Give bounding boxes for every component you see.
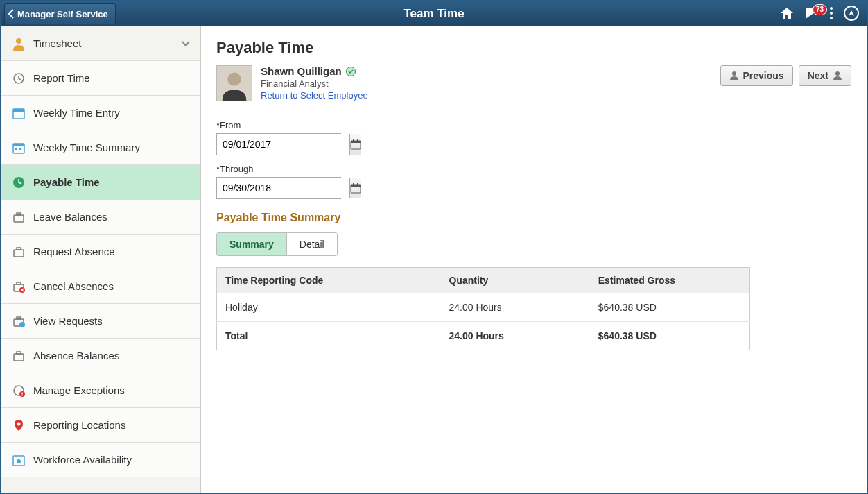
- sidebar-item-label: Reporting Locations: [33, 419, 125, 431]
- svg-point-4: [16, 38, 21, 44]
- cell-code-total: Total: [217, 322, 441, 350]
- sidebar-item-leave-balances[interactable]: Leave Balances: [1, 200, 200, 235]
- sidebar-item-payable-time[interactable]: Payable Time: [1, 165, 200, 200]
- person-icon: [729, 71, 739, 80]
- svg-point-0: [830, 7, 833, 10]
- clock-alert-icon: [11, 383, 26, 398]
- col-code: Time Reporting Code: [217, 268, 441, 293]
- home-icon[interactable]: [779, 6, 795, 22]
- previous-button[interactable]: Previous: [720, 65, 793, 86]
- from-calendar-button[interactable]: [349, 134, 361, 155]
- person-icon: [11, 36, 26, 51]
- svg-rect-9: [13, 144, 24, 146]
- table-total-row: Total 24.00 Hours $640.38 USD: [217, 322, 750, 350]
- sidebar-item-label: Weekly Time Entry: [33, 107, 120, 119]
- employee-name: Shawn Quilligan: [261, 65, 342, 77]
- sidebar-item-label: Cancel Absences: [33, 280, 114, 292]
- through-label: *Through: [216, 164, 851, 174]
- sidebar-item-absence-balances[interactable]: Absence Balances: [1, 339, 200, 373]
- calendar-summary-icon: [11, 140, 26, 155]
- employee-role: Financial Analyst: [261, 78, 368, 89]
- back-button[interactable]: Manager Self Service: [4, 3, 116, 24]
- cell-qty-total: 24.00 Hours: [440, 322, 589, 350]
- svg-rect-35: [351, 141, 361, 143]
- through-input-wrap: [216, 177, 341, 199]
- employee-name-row: Shawn Quilligan: [261, 65, 368, 77]
- svg-point-2: [830, 17, 833, 19]
- sidebar-item-view-requests[interactable]: View Requests: [1, 304, 200, 339]
- svg-point-31: [227, 73, 241, 86]
- banner-title: Team Time: [403, 7, 464, 21]
- compass-icon[interactable]: [843, 5, 860, 24]
- svg-rect-16: [17, 248, 21, 250]
- sidebar: Timesheet Report Time Weekly Time Entry …: [1, 26, 201, 493]
- notifications-icon[interactable]: 73: [804, 6, 819, 22]
- sidebar-item-weekly-time-summary[interactable]: Weekly Time Summary: [1, 130, 200, 165]
- svg-rect-14: [17, 213, 21, 215]
- sidebar-item-report-time[interactable]: Report Time: [1, 61, 200, 96]
- svg-point-1: [830, 12, 833, 15]
- sidebar-item-label: Absence Balances: [33, 350, 119, 361]
- calendar-icon: [350, 139, 361, 150]
- sidebar-item-label: View Requests: [33, 315, 103, 327]
- payable-clock-icon: [11, 175, 26, 190]
- col-gross: Estimated Gross: [590, 268, 750, 293]
- sidebar-item-label: Leave Balances: [33, 211, 107, 223]
- table-row: Holiday 24.00 Hours $640.38 USD: [217, 293, 750, 322]
- calendar-icon: [11, 105, 26, 121]
- svg-rect-15: [14, 250, 24, 257]
- cell-qty: 24.00 Hours: [440, 293, 589, 322]
- sidebar-header-timesheet[interactable]: Timesheet: [1, 26, 200, 61]
- svg-rect-39: [351, 185, 361, 187]
- svg-rect-37: [357, 139, 358, 142]
- sidebar-header-label: Timesheet: [33, 37, 81, 49]
- calendar-icon: [350, 182, 361, 194]
- cell-gross-total: $640.38 USD: [590, 322, 750, 350]
- briefcase-icon: [11, 210, 26, 225]
- through-date-input[interactable]: [217, 178, 349, 198]
- from-input-wrap: [216, 133, 341, 155]
- sidebar-item-request-absence[interactable]: Request Absence: [1, 235, 200, 269]
- svg-point-33: [835, 71, 840, 76]
- section-heading: Payable Time Summary: [216, 212, 851, 224]
- briefcase-x-icon: [11, 279, 26, 294]
- col-qty: Quantity: [440, 268, 589, 293]
- status-check-icon: [346, 67, 356, 76]
- top-banner: Manager Self Service Team Time 73: [1, 1, 867, 26]
- cell-gross: $640.38 USD: [590, 293, 750, 322]
- sidebar-item-label: Payable Time: [33, 176, 100, 188]
- sidebar-item-label: Weekly Time Summary: [33, 142, 140, 153]
- employee-header: Shawn Quilligan Financial Analyst Return…: [216, 65, 851, 110]
- payable-table: Time Reporting Code Quantity Estimated G…: [216, 267, 750, 350]
- sidebar-item-cancel-absences[interactable]: Cancel Absences: [1, 269, 200, 304]
- back-button-label: Manager Self Service: [17, 9, 108, 19]
- svg-rect-13: [14, 215, 24, 222]
- through-calendar-button[interactable]: [349, 178, 361, 198]
- svg-rect-24: [17, 352, 21, 354]
- svg-point-32: [732, 71, 736, 76]
- next-button[interactable]: Next: [799, 65, 851, 86]
- main-content: Payable Time Shawn Quilligan Financial A…: [201, 26, 867, 493]
- svg-rect-40: [353, 183, 354, 185]
- tab-detail[interactable]: Detail: [286, 233, 337, 255]
- location-pin-icon: [11, 418, 26, 433]
- menu-icon[interactable]: [829, 6, 833, 22]
- sidebar-item-reporting-locations[interactable]: Reporting Locations: [1, 408, 200, 443]
- svg-rect-18: [17, 282, 21, 284]
- next-label: Next: [808, 70, 828, 81]
- sidebar-item-label: Manage Exceptions: [33, 384, 125, 396]
- tab-summary[interactable]: Summary: [217, 233, 286, 255]
- sidebar-item-weekly-time-entry[interactable]: Weekly Time Entry: [1, 96, 200, 130]
- svg-rect-7: [13, 109, 24, 112]
- sidebar-item-manage-exceptions[interactable]: Manage Exceptions: [1, 373, 200, 408]
- sidebar-item-workforce-availability[interactable]: Workforce Availability: [1, 443, 200, 477]
- from-date-input[interactable]: [217, 134, 349, 155]
- employee-info: Shawn Quilligan Financial Analyst Return…: [261, 65, 368, 101]
- sidebar-item-label: Workforce Availability: [33, 454, 132, 466]
- svg-rect-41: [357, 183, 358, 185]
- svg-point-27: [17, 422, 21, 425]
- table-header-row: Time Reporting Code Quantity Estimated G…: [217, 268, 750, 293]
- return-to-select-link[interactable]: Return to Select Employee: [261, 90, 368, 101]
- svg-rect-21: [17, 317, 21, 319]
- clock-arrow-icon: [11, 71, 26, 86]
